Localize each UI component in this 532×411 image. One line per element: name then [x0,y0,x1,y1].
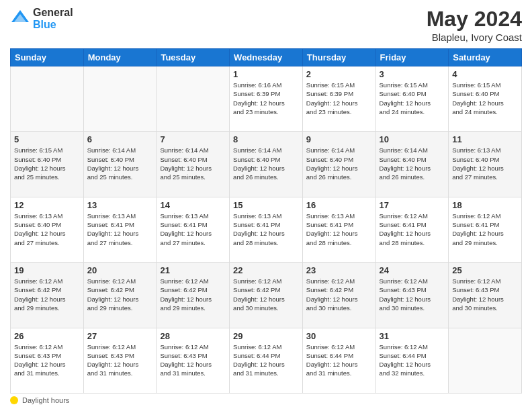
calendar-cell [11,66,84,132]
day-detail: Sunrise: 6:14 AM Sunset: 6:40 PM Dayligh… [87,146,153,181]
calendar-cell: 12Sunrise: 6:13 AM Sunset: 6:40 PM Dayli… [11,197,84,262]
calendar-cell: 26Sunrise: 6:12 AM Sunset: 6:43 PM Dayli… [11,328,84,393]
day-number: 16 [306,200,372,210]
day-detail: Sunrise: 6:12 AM Sunset: 6:43 PM Dayligh… [452,277,518,312]
calendar-cell: 15Sunrise: 6:13 AM Sunset: 6:41 PM Dayli… [230,197,303,262]
day-detail: Sunrise: 6:12 AM Sunset: 6:44 PM Dayligh… [306,342,372,378]
day-number: 26 [14,331,80,341]
calendar-cell: 19Sunrise: 6:12 AM Sunset: 6:42 PM Dayli… [11,263,84,328]
calendar-weekday-monday: Monday [83,49,157,66]
day-detail: Sunrise: 6:12 AM Sunset: 6:42 PM Dayligh… [160,277,226,312]
day-number: 5 [14,134,80,144]
day-detail: Sunrise: 6:12 AM Sunset: 6:42 PM Dayligh… [233,277,299,312]
footer: Daylight hours [10,396,522,404]
calendar-weekday-tuesday: Tuesday [157,49,230,66]
calendar-weekday-saturday: Saturday [449,49,522,66]
calendar-cell: 22Sunrise: 6:12 AM Sunset: 6:42 PM Dayli… [230,263,303,328]
day-number: 4 [452,69,518,79]
day-number: 8 [233,134,299,144]
logo-blue: Blue [33,19,73,31]
calendar-cell: 5Sunrise: 6:15 AM Sunset: 6:40 PM Daylig… [11,132,84,197]
calendar-week-row: 12Sunrise: 6:13 AM Sunset: 6:40 PM Dayli… [11,197,522,262]
day-detail: Sunrise: 6:12 AM Sunset: 6:44 PM Dayligh… [233,342,299,378]
day-number: 18 [452,200,518,210]
day-number: 20 [87,265,153,275]
calendar-cell: 29Sunrise: 6:12 AM Sunset: 6:44 PM Dayli… [230,328,303,393]
day-detail: Sunrise: 6:15 AM Sunset: 6:40 PM Dayligh… [380,81,445,116]
day-detail: Sunrise: 6:13 AM Sunset: 6:41 PM Dayligh… [87,212,153,247]
calendar-cell: 18Sunrise: 6:12 AM Sunset: 6:41 PM Dayli… [449,197,522,262]
calendar-cell: 8Sunrise: 6:14 AM Sunset: 6:40 PM Daylig… [230,132,303,197]
footer-label: Daylight hours [22,396,69,404]
daylight-dot [10,396,18,404]
calendar-cell: 17Sunrise: 6:12 AM Sunset: 6:41 PM Dayli… [375,197,449,262]
day-number: 28 [160,331,226,341]
day-detail: Sunrise: 6:16 AM Sunset: 6:39 PM Dayligh… [233,81,299,116]
day-detail: Sunrise: 6:13 AM Sunset: 6:40 PM Dayligh… [14,212,80,247]
day-detail: Sunrise: 6:12 AM Sunset: 6:44 PM Dayligh… [380,342,445,378]
day-number: 15 [233,200,299,210]
day-number: 27 [87,331,153,341]
day-detail: Sunrise: 6:13 AM Sunset: 6:41 PM Dayligh… [233,212,299,247]
day-detail: Sunrise: 6:12 AM Sunset: 6:42 PM Dayligh… [87,277,153,312]
day-number: 21 [160,265,226,275]
calendar-cell: 31Sunrise: 6:12 AM Sunset: 6:44 PM Dayli… [375,328,449,393]
day-detail: Sunrise: 6:14 AM Sunset: 6:40 PM Dayligh… [306,146,372,181]
day-detail: Sunrise: 6:12 AM Sunset: 6:41 PM Dayligh… [380,212,445,247]
calendar-cell: 23Sunrise: 6:12 AM Sunset: 6:42 PM Dayli… [302,263,375,328]
day-number: 25 [452,265,518,275]
calendar-weekday-wednesday: Wednesday [230,49,303,66]
day-detail: Sunrise: 6:14 AM Sunset: 6:40 PM Dayligh… [233,146,299,181]
calendar-cell: 14Sunrise: 6:13 AM Sunset: 6:41 PM Dayli… [157,197,230,262]
calendar-cell: 4Sunrise: 6:15 AM Sunset: 6:40 PM Daylig… [449,66,522,132]
calendar-cell: 21Sunrise: 6:12 AM Sunset: 6:42 PM Dayli… [157,263,230,328]
day-number: 1 [233,69,299,79]
day-detail: Sunrise: 6:13 AM Sunset: 6:41 PM Dayligh… [160,212,226,247]
calendar-cell: 27Sunrise: 6:12 AM Sunset: 6:43 PM Dayli… [83,328,157,393]
day-detail: Sunrise: 6:15 AM Sunset: 6:40 PM Dayligh… [14,146,80,181]
calendar-cell: 10Sunrise: 6:14 AM Sunset: 6:40 PM Dayli… [375,132,449,197]
logo-text: General Blue [33,7,73,30]
calendar-week-row: 1Sunrise: 6:16 AM Sunset: 6:39 PM Daylig… [11,66,522,132]
day-detail: Sunrise: 6:15 AM Sunset: 6:40 PM Dayligh… [452,81,518,116]
day-detail: Sunrise: 6:12 AM Sunset: 6:42 PM Dayligh… [14,277,80,312]
day-detail: Sunrise: 6:13 AM Sunset: 6:40 PM Dayligh… [452,146,518,181]
day-number: 6 [87,134,153,144]
day-number: 14 [160,200,226,210]
header: General Blue May 2024 Blapleu, Ivory Coa… [10,7,522,43]
day-detail: Sunrise: 6:14 AM Sunset: 6:40 PM Dayligh… [160,146,226,181]
calendar-cell: 11Sunrise: 6:13 AM Sunset: 6:40 PM Dayli… [449,132,522,197]
day-detail: Sunrise: 6:12 AM Sunset: 6:43 PM Dayligh… [380,277,445,312]
day-number: 2 [306,69,372,79]
day-detail: Sunrise: 6:12 AM Sunset: 6:43 PM Dayligh… [14,342,80,378]
title-block: May 2024 Blapleu, Ivory Coast [427,7,522,43]
logo-general: General [33,7,73,19]
calendar-cell: 24Sunrise: 6:12 AM Sunset: 6:43 PM Dayli… [375,263,449,328]
page: General Blue May 2024 Blapleu, Ivory Coa… [0,0,532,411]
day-number: 12 [14,200,80,210]
day-number: 30 [306,331,372,341]
logo: General Blue [10,7,73,30]
calendar-cell: 30Sunrise: 6:12 AM Sunset: 6:44 PM Dayli… [302,328,375,393]
day-number: 10 [380,134,445,144]
day-number: 3 [380,69,445,79]
title-month: May 2024 [427,7,522,32]
calendar-cell: 3Sunrise: 6:15 AM Sunset: 6:40 PM Daylig… [375,66,449,132]
day-detail: Sunrise: 6:12 AM Sunset: 6:42 PM Dayligh… [306,277,372,312]
calendar-weekday-friday: Friday [375,49,449,66]
calendar-cell: 28Sunrise: 6:12 AM Sunset: 6:43 PM Dayli… [157,328,230,393]
calendar-cell: 25Sunrise: 6:12 AM Sunset: 6:43 PM Dayli… [449,263,522,328]
calendar-cell [83,66,157,132]
calendar-cell [449,328,522,393]
day-number: 13 [87,200,153,210]
calendar-week-row: 26Sunrise: 6:12 AM Sunset: 6:43 PM Dayli… [11,328,522,393]
calendar-cell: 9Sunrise: 6:14 AM Sunset: 6:40 PM Daylig… [302,132,375,197]
calendar-weekday-sunday: Sunday [11,49,84,66]
day-number: 22 [233,265,299,275]
calendar-table: SundayMondayTuesdayWednesdayThursdayFrid… [10,48,522,394]
calendar-cell: 2Sunrise: 6:15 AM Sunset: 6:39 PM Daylig… [302,66,375,132]
day-number: 11 [452,134,518,144]
day-detail: Sunrise: 6:15 AM Sunset: 6:39 PM Dayligh… [306,81,372,116]
day-number: 17 [380,200,445,210]
calendar-cell: 16Sunrise: 6:13 AM Sunset: 6:41 PM Dayli… [302,197,375,262]
